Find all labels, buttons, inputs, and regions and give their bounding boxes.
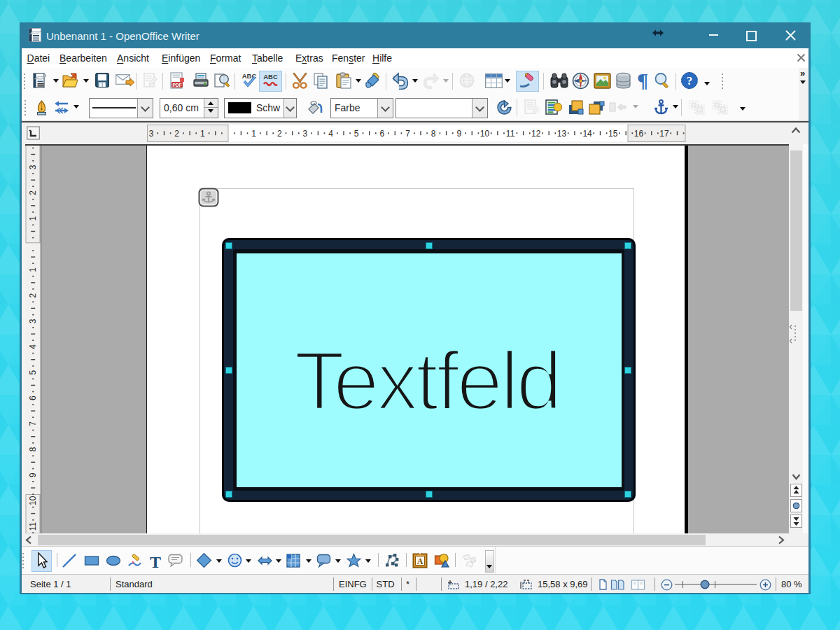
svg-text:4: 4 (28, 344, 38, 349)
svg-text:T: T (150, 553, 161, 570)
svg-text:4: 4 (328, 129, 333, 139)
svg-text:10: 10 (480, 129, 490, 139)
svg-text:11: 11 (506, 129, 515, 139)
svg-text:2: 2 (277, 129, 282, 139)
svg-text:2: 2 (28, 293, 38, 298)
svg-text:8: 8 (28, 447, 38, 451)
svg-text:2: 2 (174, 129, 179, 139)
svg-text:14: 14 (582, 129, 592, 139)
svg-text:¶: ¶ (637, 72, 648, 90)
svg-text:3: 3 (149, 129, 154, 139)
svg-text:1: 1 (28, 216, 38, 221)
svg-text:1: 1 (251, 129, 256, 139)
svg-text:12: 12 (531, 129, 541, 139)
svg-text:PDF: PDF (173, 83, 182, 88)
svg-text:A: A (417, 556, 424, 566)
svg-text:9: 9 (456, 129, 461, 139)
svg-text:17: 17 (659, 129, 669, 139)
svg-text:3: 3 (303, 129, 308, 139)
svg-text:13: 13 (557, 129, 567, 139)
svg-text:11: 11 (28, 522, 38, 531)
svg-text:5: 5 (28, 370, 38, 374)
svg-text:7: 7 (28, 421, 38, 426)
svg-text:ABC: ABC (263, 73, 278, 80)
svg-text:15: 15 (608, 129, 618, 139)
svg-text:5: 5 (354, 129, 359, 139)
svg-text:6: 6 (380, 129, 385, 139)
svg-text:3: 3 (28, 318, 38, 323)
svg-text:1: 1 (200, 129, 205, 139)
svg-text:3: 3 (28, 164, 38, 169)
svg-text:1: 1 (28, 267, 38, 272)
svg-text:7: 7 (405, 129, 410, 139)
svg-text:9: 9 (28, 472, 38, 477)
svg-text:6: 6 (28, 396, 38, 400)
svg-text:2: 2 (28, 190, 38, 195)
svg-text:8: 8 (431, 129, 436, 139)
svg-text:10: 10 (28, 496, 38, 505)
svg-text:16: 16 (634, 129, 644, 139)
svg-text:?: ? (687, 74, 693, 88)
